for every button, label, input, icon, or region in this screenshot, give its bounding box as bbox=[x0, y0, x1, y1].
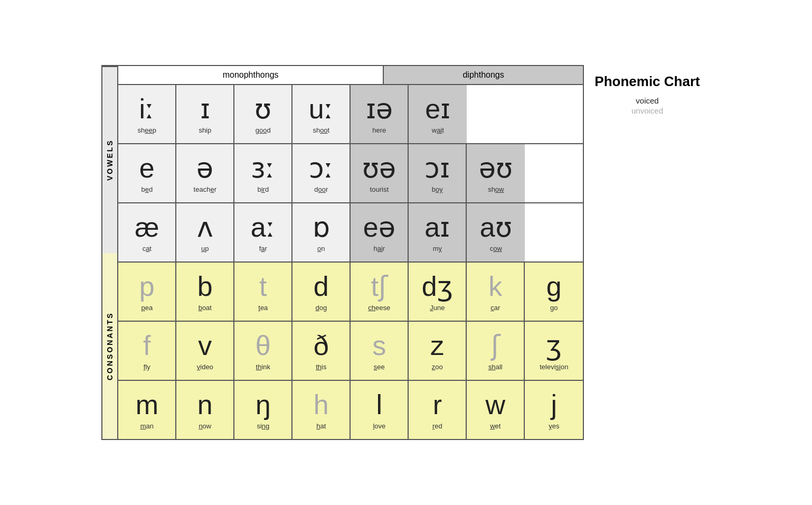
cell-w: w wet bbox=[467, 381, 525, 439]
cell-3r: ɜː bird bbox=[234, 144, 292, 202]
cell-theta: θ think bbox=[234, 322, 292, 380]
cell-ii: iː sheep bbox=[118, 85, 176, 143]
cell-I: ɪ ship bbox=[176, 85, 234, 143]
cell-schwa: ə teacher bbox=[176, 144, 234, 202]
cell-m: m man bbox=[118, 381, 176, 439]
consonants-label: CONSONANTS bbox=[102, 253, 117, 439]
header-diphthongs: diphthongs bbox=[384, 66, 583, 84]
cell-Ie: ɪə here bbox=[351, 85, 409, 143]
consonant-row-3: m man n now ŋ sing h hat l love bbox=[118, 381, 583, 439]
vowel-row-2: e bed ə teacher ɜː bird ɔː door ʊə tou bbox=[118, 144, 583, 203]
cell-j: j yes bbox=[525, 381, 583, 439]
consonant-row-2: f fly v video θ think ð this s see bbox=[118, 322, 583, 381]
cell-g: g go bbox=[525, 263, 583, 321]
cell-ea: eə hair bbox=[351, 203, 409, 261]
cell-oi: ɔɪ boy bbox=[409, 144, 467, 202]
cell-r: r red bbox=[409, 381, 467, 439]
cell-l: l love bbox=[351, 381, 409, 439]
cell-wedge: ʌ up bbox=[176, 203, 234, 261]
phonemic-chart: VOWELS CONSONANTS monophthongs diphthong… bbox=[101, 65, 584, 440]
cell-dzh: dʒ June bbox=[409, 263, 467, 321]
cell-ae: æ cat bbox=[118, 203, 176, 261]
cell-on: ɒ on bbox=[292, 203, 351, 261]
cell-eu: əʊ show bbox=[467, 144, 525, 202]
cell-sh: ʃ shall bbox=[467, 322, 525, 380]
cell-n: n now bbox=[176, 381, 234, 439]
cell-f: f fly bbox=[118, 322, 176, 380]
main-table: monophthongs diphthongs iː sheep ɪ ship … bbox=[118, 66, 583, 439]
cell-ar: aː far bbox=[234, 203, 292, 261]
vowel-row-3: æ cat ʌ up aː far ɒ on eə hair bbox=[118, 203, 583, 263]
cell-t: t tea bbox=[234, 263, 292, 321]
cell-eI: eɪ wait bbox=[409, 85, 467, 143]
chart-title: Phonemic Chart bbox=[594, 73, 700, 90]
cell-zh: ʒ television bbox=[525, 322, 583, 380]
cell-p: p pea bbox=[118, 263, 176, 321]
consonant-row-1: p pea b boat t tea d dog tʃ cheese bbox=[118, 263, 583, 322]
header-monophthongs: monophthongs bbox=[118, 66, 384, 84]
cell-b: b boat bbox=[176, 263, 234, 321]
cell-h: h hat bbox=[292, 381, 351, 439]
cell-ue: ʊə tourist bbox=[351, 144, 409, 202]
cell-ng: ŋ sing bbox=[234, 381, 292, 439]
title-panel: Phonemic Chart voiced unvoiced bbox=[584, 65, 710, 124]
cell-s: s see bbox=[351, 322, 409, 380]
row-labels: VOWELS CONSONANTS bbox=[102, 66, 118, 439]
cell-eth: ð this bbox=[292, 322, 351, 380]
cell-au: aʊ cow bbox=[467, 203, 525, 261]
cell-d: d dog bbox=[292, 263, 351, 321]
unvoiced-label: unvoiced bbox=[631, 106, 663, 115]
cell-tsh: tʃ cheese bbox=[351, 263, 409, 321]
vowel-row-1: iː sheep ɪ ship ʊ good uː shoot ɪə her bbox=[118, 85, 583, 144]
cell-upsilon: ʊ good bbox=[234, 85, 292, 143]
cell-v: v video bbox=[176, 322, 234, 380]
vowels-label: VOWELS bbox=[102, 66, 117, 253]
cell-z: z zoo bbox=[409, 322, 467, 380]
cell-e: e bed bbox=[118, 144, 176, 202]
page-wrapper: VOWELS CONSONANTS monophthongs diphthong… bbox=[101, 65, 710, 440]
cell-k: k car bbox=[467, 263, 525, 321]
voiced-label: voiced bbox=[636, 96, 658, 105]
header-row: monophthongs diphthongs bbox=[118, 66, 583, 85]
cell-uu: uː shoot bbox=[292, 85, 351, 143]
cell-or: ɔː door bbox=[292, 144, 351, 202]
cell-ai: aɪ my bbox=[409, 203, 467, 261]
